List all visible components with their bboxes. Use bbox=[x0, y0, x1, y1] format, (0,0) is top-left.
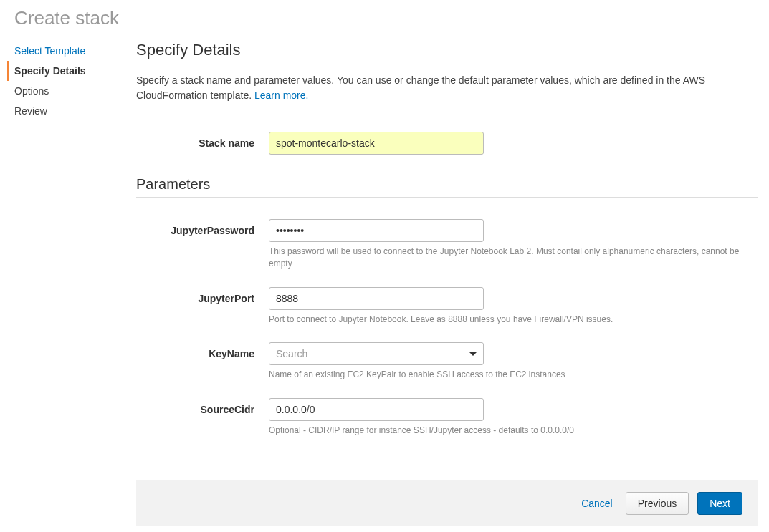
next-button[interactable]: Next bbox=[697, 492, 742, 515]
jupyter-port-input[interactable] bbox=[269, 287, 484, 310]
param-label-jupyterport: JupyterPort bbox=[136, 287, 269, 304]
caret-down-icon bbox=[469, 352, 477, 356]
cancel-button[interactable]: Cancel bbox=[577, 493, 617, 513]
wizard-sidebar: Select Template Specify Details Options … bbox=[0, 34, 122, 526]
keyname-placeholder: Search bbox=[276, 348, 307, 359]
previous-button[interactable]: Previous bbox=[626, 492, 689, 515]
stack-name-label: Stack name bbox=[136, 132, 269, 149]
source-cidr-hint: Optional - CIDR/IP range for instance SS… bbox=[269, 425, 758, 437]
source-cidr-input[interactable] bbox=[269, 398, 484, 421]
footer-bar: Cancel Previous Next bbox=[136, 480, 758, 526]
parameters-heading: Parameters bbox=[136, 176, 758, 198]
sidebar-item-options[interactable]: Options bbox=[7, 81, 122, 101]
param-label-keyname: KeyName bbox=[136, 342, 269, 359]
sidebar-item-select-template[interactable]: Select Template bbox=[7, 41, 122, 61]
param-label-jupyterpassword: JupyterPassword bbox=[136, 219, 269, 236]
description-text: Specify a stack name and parameter value… bbox=[136, 74, 705, 101]
sidebar-item-review[interactable]: Review bbox=[7, 101, 122, 121]
param-label-sourcecidr: SourceCidr bbox=[136, 398, 269, 415]
page-title: Create stack bbox=[0, 0, 769, 34]
specify-details-description: Specify a stack name and parameter value… bbox=[136, 73, 758, 103]
jupyter-port-hint: Port to connect to Jupyter Notebook. Lea… bbox=[269, 314, 758, 326]
keyname-combo[interactable]: Search bbox=[269, 342, 484, 365]
stack-name-input[interactable] bbox=[269, 132, 484, 155]
learn-more-link[interactable]: Learn more. bbox=[254, 90, 308, 101]
jupyter-password-input[interactable] bbox=[269, 219, 484, 242]
jupyter-password-hint: This password will be used to connect to… bbox=[269, 246, 758, 270]
keyname-hint: Name of an existing EC2 KeyPair to enabl… bbox=[269, 369, 758, 381]
specify-details-heading: Specify Details bbox=[136, 41, 758, 64]
sidebar-item-specify-details[interactable]: Specify Details bbox=[7, 61, 122, 81]
